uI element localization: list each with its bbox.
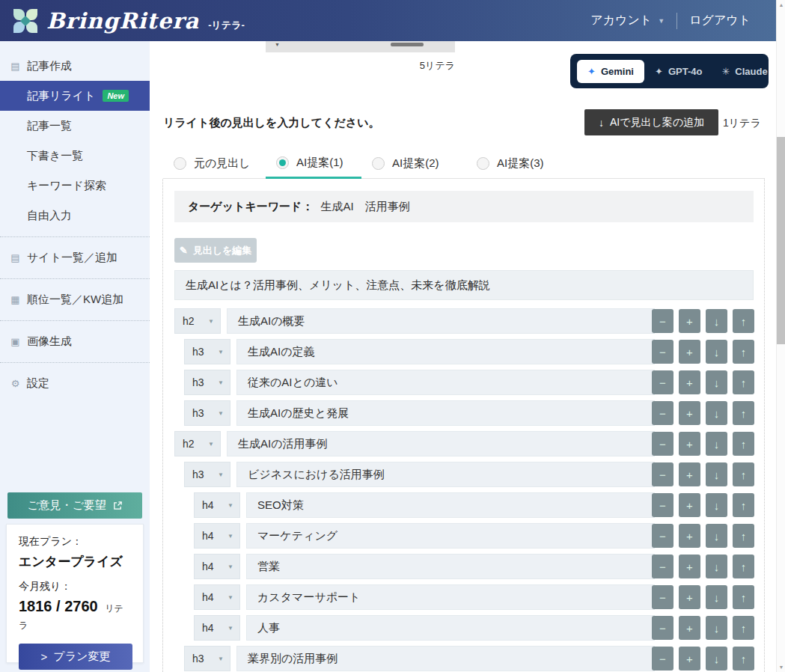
- heading-text-field[interactable]: 生成AIの歴史と発展: [236, 400, 655, 426]
- add-heading-button[interactable]: +: [679, 462, 700, 486]
- heading-level-select[interactable]: h4 ▼: [194, 523, 240, 549]
- heading-level-select[interactable]: h2 ▼: [174, 308, 221, 334]
- sidebar-item[interactable]: 記事リライト New: [0, 81, 150, 111]
- sidebar-item[interactable]: ▦ 順位一覧／KW追加: [0, 278, 150, 314]
- model-option[interactable]: ✳ Claude: [712, 60, 776, 83]
- heading-text-field[interactable]: SEO対策: [246, 492, 655, 518]
- remove-heading-button[interactable]: −: [652, 462, 673, 486]
- move-down-button[interactable]: ↓: [706, 309, 727, 333]
- move-down-button[interactable]: ↓: [706, 585, 727, 609]
- move-down-button[interactable]: ↓: [706, 401, 727, 425]
- proposal-tab[interactable]: AI提案(2): [361, 148, 466, 179]
- add-heading-button[interactable]: +: [679, 432, 700, 456]
- add-heading-button[interactable]: +: [679, 524, 700, 548]
- remove-heading-button[interactable]: −: [652, 309, 673, 333]
- vertical-scrollbar[interactable]: ▲ ▼: [776, 0, 785, 672]
- sidebar-item[interactable]: 記事一覧: [0, 111, 150, 141]
- heading-text-field[interactable]: 営業: [246, 554, 655, 579]
- move-up-button[interactable]: ↑: [733, 309, 754, 333]
- change-plan-button[interactable]: > プラン変更: [19, 644, 132, 670]
- sidebar-item[interactable]: キーワード探索: [0, 171, 150, 201]
- add-heading-button[interactable]: +: [679, 585, 700, 609]
- sidebar-item[interactable]: 下書き一覧: [0, 141, 150, 171]
- account-menu[interactable]: アカウント ▼: [590, 13, 665, 28]
- heading-text-field[interactable]: マーケティング: [246, 523, 655, 549]
- move-up-button[interactable]: ↑: [733, 585, 754, 609]
- proposal-tab[interactable]: AI提案(3): [466, 148, 578, 179]
- heading-text-field[interactable]: ビジネスにおける活用事例: [236, 462, 655, 487]
- move-up-button[interactable]: ↑: [733, 370, 754, 394]
- move-up-button[interactable]: ↑: [733, 616, 754, 640]
- remove-heading-button[interactable]: −: [652, 616, 673, 640]
- heading-level-select[interactable]: h4 ▼: [194, 615, 240, 641]
- move-up-button[interactable]: ↑: [733, 401, 754, 425]
- move-up-button[interactable]: ↑: [733, 462, 754, 486]
- move-down-button[interactable]: ↓: [706, 462, 727, 486]
- model-option[interactable]: ✦ GPT-4o: [646, 60, 711, 83]
- move-up-button[interactable]: ↑: [733, 524, 754, 548]
- scroll-down-arrow-icon[interactable]: ▼: [777, 665, 785, 670]
- scrollbar-thumb[interactable]: [777, 137, 785, 344]
- proposal-tab[interactable]: 元の見出し: [163, 148, 266, 179]
- logout-link[interactable]: ログアウト: [689, 13, 751, 28]
- brand-logo[interactable]: BringRitera -リテラ-: [12, 7, 245, 34]
- remove-heading-button[interactable]: −: [652, 524, 673, 548]
- edit-headings-button[interactable]: ✎ 見出しを編集: [174, 238, 257, 263]
- heading-level-select[interactable]: h4 ▼: [194, 584, 240, 610]
- sidebar-item[interactable]: ▤ サイト一覧／追加: [0, 236, 150, 272]
- remove-heading-button[interactable]: −: [652, 493, 673, 517]
- move-up-button[interactable]: ↑: [733, 432, 754, 456]
- add-heading-button[interactable]: +: [679, 370, 700, 394]
- remove-heading-button[interactable]: −: [652, 647, 673, 671]
- remove-heading-button[interactable]: −: [652, 585, 673, 609]
- heading-text-field[interactable]: 生成AIの概要: [227, 308, 655, 334]
- scroll-up-arrow-icon[interactable]: ▲: [777, 2, 785, 7]
- remove-heading-button[interactable]: −: [652, 432, 673, 456]
- add-heading-button[interactable]: +: [679, 647, 700, 671]
- remove-heading-button[interactable]: −: [652, 340, 673, 364]
- heading-level-select[interactable]: h4 ▼: [194, 554, 240, 579]
- heading-text-field[interactable]: 生成AIの定義: [236, 339, 655, 364]
- move-down-button[interactable]: ↓: [706, 493, 727, 517]
- scrolled-out-button[interactable]: ▼: [266, 41, 455, 52]
- move-up-button[interactable]: ↑: [733, 493, 754, 517]
- model-option[interactable]: ✦ Gemini: [577, 60, 644, 83]
- sidebar-item[interactable]: ⚙ 設定: [0, 362, 150, 398]
- sidebar-item[interactable]: ▣ 画像生成: [0, 320, 150, 356]
- add-heading-button[interactable]: +: [679, 616, 700, 640]
- heading-level-select[interactable]: h2 ▼: [174, 431, 221, 456]
- move-down-button[interactable]: ↓: [706, 555, 727, 578]
- sidebar-item[interactable]: 自由入力: [0, 201, 150, 230]
- move-down-button[interactable]: ↓: [706, 370, 727, 394]
- add-heading-button[interactable]: +: [679, 493, 700, 517]
- ai-add-headings-button[interactable]: ↓ AIで見出し案の追加: [584, 109, 718, 135]
- proposal-tab[interactable]: AI提案(1): [266, 148, 361, 179]
- heading-level-select[interactable]: h3 ▼: [184, 400, 230, 426]
- article-title-field[interactable]: 生成AIとは？活用事例、メリット、注意点、未来を徹底解説: [174, 270, 754, 300]
- move-up-button[interactable]: ↑: [733, 340, 754, 364]
- heading-text-field[interactable]: 生成AIの活用事例: [227, 431, 655, 456]
- heading-level-select[interactable]: h3 ▼: [184, 370, 230, 395]
- feedback-button[interactable]: ご意見・ご要望: [7, 492, 142, 519]
- heading-text-field[interactable]: カスタマーサポート: [246, 584, 655, 610]
- move-up-button[interactable]: ↑: [733, 647, 754, 671]
- remove-heading-button[interactable]: −: [652, 555, 673, 578]
- move-down-button[interactable]: ↓: [706, 524, 727, 548]
- remove-heading-button[interactable]: −: [652, 401, 673, 425]
- move-down-button[interactable]: ↓: [706, 616, 727, 640]
- add-heading-button[interactable]: +: [679, 555, 700, 578]
- heading-text-field[interactable]: 人事: [246, 615, 655, 641]
- move-up-button[interactable]: ↑: [733, 555, 754, 578]
- add-heading-button[interactable]: +: [679, 401, 700, 425]
- add-heading-button[interactable]: +: [679, 309, 700, 333]
- heading-text-field[interactable]: 業界別の活用事例: [236, 646, 655, 671]
- remove-heading-button[interactable]: −: [652, 370, 673, 394]
- sidebar-item[interactable]: ▤ 記事作成: [0, 51, 150, 81]
- move-down-button[interactable]: ↓: [706, 432, 727, 456]
- heading-level-select[interactable]: h4 ▼: [194, 492, 240, 518]
- heading-text-field[interactable]: 従来のAIとの違い: [236, 370, 655, 395]
- heading-level-select[interactable]: h3 ▼: [184, 339, 230, 364]
- move-down-button[interactable]: ↓: [706, 340, 727, 364]
- heading-level-select[interactable]: h3 ▼: [184, 646, 230, 671]
- heading-level-select[interactable]: h3 ▼: [184, 462, 230, 487]
